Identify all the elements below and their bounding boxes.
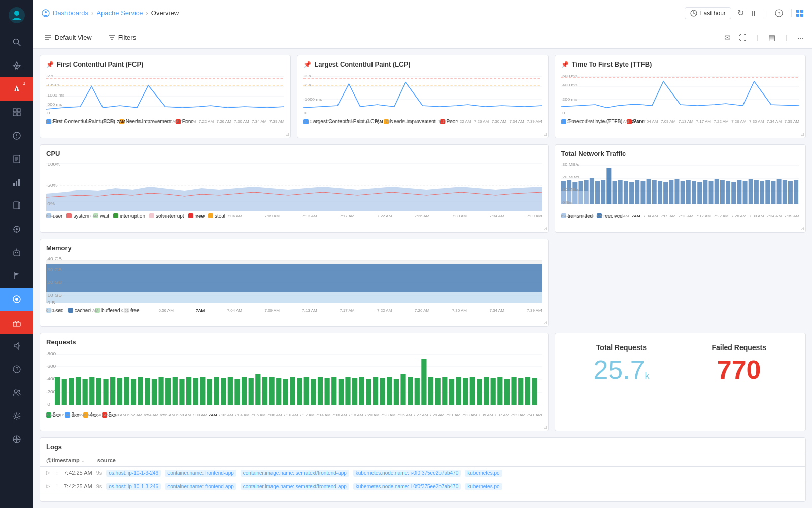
globe-icon[interactable]	[0, 428, 33, 451]
svg-rect-107	[595, 181, 600, 204]
timestamp-header[interactable]: @timestamp	[46, 457, 80, 463]
users-icon[interactable]	[0, 381, 33, 404]
log-timestamp: 7:42:25 AM	[64, 470, 92, 476]
svg-rect-193	[193, 378, 198, 405]
log-menu-icon[interactable]: ⋮	[54, 483, 60, 490]
grid-icon[interactable]	[0, 101, 33, 124]
svg-rect-182	[117, 378, 122, 405]
panel-resize[interactable]: ⊿	[543, 131, 547, 137]
lcp-pin-icon: 📌	[303, 61, 311, 68]
bar-chart-icon[interactable]	[0, 171, 33, 194]
default-view-button[interactable]: Default View	[42, 31, 95, 43]
logo[interactable]	[0, 0, 33, 30]
requests-panel: Requests 800 600 400 200 0	[40, 333, 549, 431]
crosshair-icon[interactable]	[0, 217, 33, 241]
fcp-chart: 2 s 1.50 s 1000 ms 500 ms 0 6:42 AM6:47 …	[46, 71, 284, 117]
svg-rect-198	[228, 377, 233, 405]
svg-text:0 B: 0 B	[47, 300, 55, 305]
svg-rect-112	[624, 181, 628, 204]
requests-chart: 800 600 400 200 0	[46, 349, 542, 410]
memory-chart: 40 GB 30 GB 20 GB 10 GB 0 B 6:42 AM6:47 …	[46, 255, 542, 306]
network-panel: Total Network Traffic	[555, 144, 806, 233]
rocket-icon[interactable]	[0, 54, 33, 77]
docs-icon[interactable]	[0, 194, 33, 217]
panel-resize[interactable]: ⊿	[543, 320, 547, 325]
panel-resize[interactable]: ⊿	[800, 131, 804, 137]
log-node-tag[interactable]: kubernetes.node.name: i-0f0f375ee2b7ab47…	[353, 483, 461, 490]
columns-icon[interactable]: ▤	[768, 33, 775, 42]
log-k8s-tag[interactable]: kubernetes.po	[465, 483, 502, 490]
log-container-name-tag[interactable]: container.name: frontend-app	[165, 470, 236, 477]
svg-text:1000 ms: 1000 ms	[47, 92, 64, 97]
svg-text:200 ms: 200 ms	[562, 97, 577, 101]
more-icon[interactable]: ···	[797, 33, 804, 42]
gift-icon[interactable]	[0, 311, 33, 334]
time-selector[interactable]: Last hour	[685, 7, 731, 19]
grid-selector[interactable]	[791, 9, 804, 17]
pause-icon[interactable]: ⏸	[750, 9, 757, 17]
svg-rect-216	[352, 378, 357, 405]
svg-rect-178	[89, 377, 94, 405]
log-container-name-tag[interactable]: container.name: frontend-app	[165, 483, 236, 490]
svg-text:?: ?	[16, 367, 19, 372]
log-node-tag[interactable]: kubernetes.node.name: i-0f0f375ee2b7ab47…	[353, 470, 461, 477]
svg-rect-111	[618, 180, 622, 204]
svg-rect-157	[46, 264, 542, 292]
source-header[interactable]: _source	[94, 457, 116, 463]
reports-icon[interactable]	[0, 147, 33, 171]
robot-icon[interactable]	[0, 241, 33, 264]
breadcrumb-dashboards[interactable]: Dashboards	[53, 9, 88, 17]
svg-text:100%: 100%	[47, 161, 61, 166]
flag-icon[interactable]	[0, 264, 33, 288]
log-container-image-tag[interactable]: container.image.name: sematext/frontend-…	[241, 483, 349, 490]
svg-rect-30	[17, 252, 18, 253]
svg-rect-10	[17, 113, 20, 116]
svg-rect-20	[18, 179, 20, 186]
settings-icon[interactable]	[0, 404, 33, 428]
lcp-title: Largest Contentful Paint (LCP)	[314, 60, 410, 68]
svg-rect-220	[380, 378, 385, 405]
svg-rect-5	[16, 88, 17, 90]
svg-point-42	[18, 390, 20, 392]
refresh-icon[interactable]: ↻	[737, 8, 744, 18]
alerts-icon[interactable]: 3	[0, 77, 33, 101]
warning-icon[interactable]	[0, 124, 33, 147]
svg-marker-38	[14, 343, 18, 349]
help-icon[interactable]: ?	[0, 358, 33, 381]
log-expand-icon[interactable]: ▷	[46, 470, 50, 475]
log-container-image-tag[interactable]: container.image.name: sematext/frontend-…	[241, 470, 349, 477]
svg-text:500 ms: 500 ms	[47, 102, 62, 106]
svg-text:0: 0	[305, 110, 308, 115]
svg-point-4	[16, 65, 18, 67]
svg-rect-21	[14, 202, 19, 209]
svg-rect-226	[421, 359, 426, 405]
log-oshost-tag[interactable]: os.host: ip-10-1-3-246	[106, 470, 161, 477]
svg-rect-195	[207, 379, 212, 405]
svg-text:3 s: 3 s	[305, 73, 311, 78]
panel-resize[interactable]: ⊿	[543, 226, 547, 231]
svg-text:600: 600	[47, 364, 56, 369]
fullscreen-icon[interactable]: ⛶	[739, 33, 747, 42]
help-circle-icon[interactable]: ?	[775, 9, 783, 17]
active-service-icon[interactable]	[0, 288, 33, 311]
log-oshost-tag[interactable]: os.host: ip-10-1-3-246	[106, 483, 161, 490]
email-icon[interactable]: ✉	[724, 33, 731, 42]
lcp-panel: 📌 Largest Contentful Paint (LCP) 3 s 2 s…	[297, 55, 548, 138]
filters-button[interactable]: Filters	[105, 31, 139, 43]
memory-panel: Memory 40 GB 30 GB 20 GB 10	[40, 239, 549, 327]
breadcrumb-service[interactable]: Apache Service	[96, 9, 143, 17]
search-icon[interactable]	[0, 30, 33, 54]
svg-text:2 s: 2 s	[47, 73, 53, 78]
log-menu-icon[interactable]: ⋮	[54, 470, 60, 477]
svg-rect-141	[788, 181, 793, 204]
svg-rect-224	[408, 377, 413, 405]
panel-resize[interactable]: ⊿	[543, 424, 547, 430]
panel-resize[interactable]: ⊿	[800, 226, 804, 231]
speaker-icon[interactable]	[0, 334, 33, 358]
log-k8s-tag[interactable]: kubernetes.po	[465, 470, 502, 477]
svg-rect-130	[726, 181, 730, 204]
log-expand-icon[interactable]: ▷	[46, 483, 50, 489]
panel-resize[interactable]: ⊿	[285, 131, 289, 137]
svg-rect-185	[138, 377, 143, 405]
svg-rect-114	[635, 180, 639, 204]
